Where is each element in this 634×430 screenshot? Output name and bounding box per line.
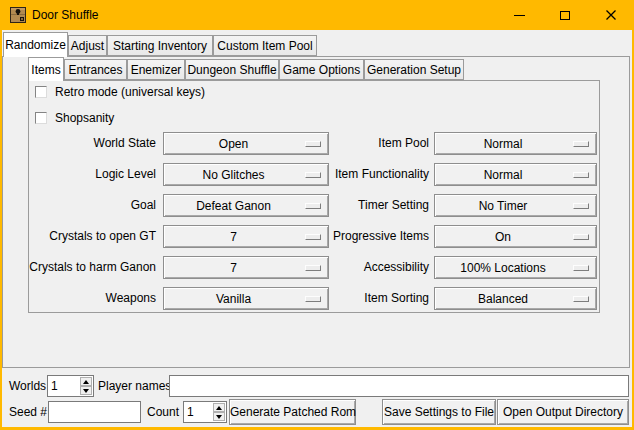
tab-items[interactable]: Items bbox=[28, 57, 64, 81]
generate-rom-button[interactable]: Generate Patched Rom bbox=[229, 399, 356, 425]
tab-enemizer[interactable]: Enemizer bbox=[127, 59, 185, 80]
arrow-down-icon bbox=[83, 389, 89, 393]
arrow-down-icon bbox=[216, 415, 222, 419]
item-sorting-value: Balanced bbox=[478, 292, 528, 306]
progressive-items-label: Progressive Items bbox=[296, 225, 429, 248]
item-sorting-label: Item Sorting bbox=[296, 287, 429, 310]
seed-input[interactable] bbox=[48, 401, 141, 423]
count-spin-down-button[interactable] bbox=[213, 412, 225, 421]
app-icon bbox=[10, 7, 26, 23]
close-button[interactable] bbox=[588, 0, 634, 30]
world-state-value: Open bbox=[219, 137, 248, 151]
dropdown-indicator-icon bbox=[573, 234, 589, 240]
close-icon bbox=[605, 9, 617, 21]
tab-dungeon-shuffle[interactable]: Dungeon Shuffle bbox=[185, 59, 279, 80]
dropdown-indicator-icon bbox=[573, 203, 589, 209]
seed-label: Seed # bbox=[9, 401, 47, 423]
shopsanity-checkbox[interactable] bbox=[35, 112, 47, 124]
count-input[interactable] bbox=[184, 402, 211, 422]
count-spin-up-button[interactable] bbox=[213, 403, 225, 412]
player-names-input[interactable] bbox=[169, 375, 629, 397]
dropdown-indicator-icon bbox=[573, 172, 589, 178]
weapons-label: Weapons bbox=[8, 287, 156, 310]
tab-randomize[interactable]: Randomize bbox=[3, 32, 68, 57]
tab-adjust[interactable]: Adjust bbox=[68, 35, 107, 56]
item-pool-dropdown[interactable]: Normal bbox=[434, 132, 597, 155]
item-functionality-dropdown[interactable]: Normal bbox=[434, 163, 597, 186]
shopsanity-label: Shopsanity bbox=[55, 111, 114, 125]
player-names-label: Player names bbox=[98, 375, 171, 397]
progressive-items-dropdown[interactable]: On bbox=[434, 225, 597, 248]
crystals-open-gt-label: Crystals to open GT bbox=[8, 225, 156, 248]
accessibility-value: 100% Locations bbox=[460, 261, 545, 275]
timer-setting-label: Timer Setting bbox=[296, 194, 429, 217]
dropdown-indicator-icon bbox=[573, 141, 589, 147]
window-title: Door Shuffle bbox=[32, 0, 99, 30]
worlds-input[interactable] bbox=[48, 376, 78, 396]
item-pool-value: Normal bbox=[484, 137, 523, 151]
worlds-spinbox[interactable] bbox=[47, 375, 94, 397]
tab-custom-item-pool[interactable]: Custom Item Pool bbox=[213, 35, 317, 56]
tab-entrances[interactable]: Entrances bbox=[64, 59, 127, 80]
weapons-value: Vanilla bbox=[216, 292, 251, 306]
arrow-up-icon bbox=[216, 406, 222, 410]
crystals-harm-ganon-label: Crystals to harm Ganon bbox=[8, 256, 156, 279]
maximize-button[interactable] bbox=[542, 0, 588, 30]
logic-level-value: No Glitches bbox=[202, 168, 264, 182]
progressive-items-value: On bbox=[495, 230, 511, 244]
window: Door Shuffle Randomize Adjust Starting I… bbox=[0, 0, 634, 430]
item-sorting-dropdown[interactable]: Balanced bbox=[434, 287, 597, 310]
logic-level-label: Logic Level bbox=[8, 163, 156, 186]
worlds-spin-down-button[interactable] bbox=[80, 386, 92, 395]
goal-label: Goal bbox=[8, 194, 156, 217]
tab-game-options[interactable]: Game Options bbox=[279, 59, 364, 80]
maximize-icon bbox=[560, 11, 570, 20]
accessibility-dropdown[interactable]: 100% Locations bbox=[434, 256, 597, 279]
world-state-label: World State bbox=[8, 132, 156, 155]
count-label: Count bbox=[147, 401, 179, 423]
retro-mode-label: Retro mode (universal keys) bbox=[55, 85, 205, 99]
titlebar: Door Shuffle bbox=[0, 0, 634, 30]
dropdown-indicator-icon bbox=[573, 265, 589, 271]
minimize-icon bbox=[514, 15, 525, 16]
arrow-up-icon bbox=[83, 380, 89, 384]
retro-mode-checkbox[interactable] bbox=[35, 86, 47, 98]
crystals-open-gt-value: 7 bbox=[230, 230, 237, 244]
item-functionality-label: Item Functionality bbox=[296, 163, 429, 186]
tab-starting-inventory[interactable]: Starting Inventory bbox=[107, 35, 213, 56]
worlds-spin-up-button[interactable] bbox=[80, 377, 92, 386]
goal-value: Defeat Ganon bbox=[196, 199, 271, 213]
accessibility-label: Accessibility bbox=[296, 256, 429, 279]
count-spinbox[interactable] bbox=[183, 401, 227, 423]
item-functionality-value: Normal bbox=[484, 168, 523, 182]
minimize-button[interactable] bbox=[496, 0, 542, 30]
worlds-label: Worlds bbox=[9, 375, 46, 397]
dropdown-indicator-icon bbox=[573, 296, 589, 302]
crystals-harm-ganon-value: 7 bbox=[230, 261, 237, 275]
tab-generation-setup[interactable]: Generation Setup bbox=[364, 59, 464, 80]
timer-setting-dropdown[interactable]: No Timer bbox=[434, 194, 597, 217]
item-pool-label: Item Pool bbox=[296, 132, 429, 155]
save-settings-button[interactable]: Save Settings to File bbox=[382, 399, 496, 425]
timer-setting-value: No Timer bbox=[479, 199, 528, 213]
open-output-button[interactable]: Open Output Directory bbox=[497, 399, 629, 425]
